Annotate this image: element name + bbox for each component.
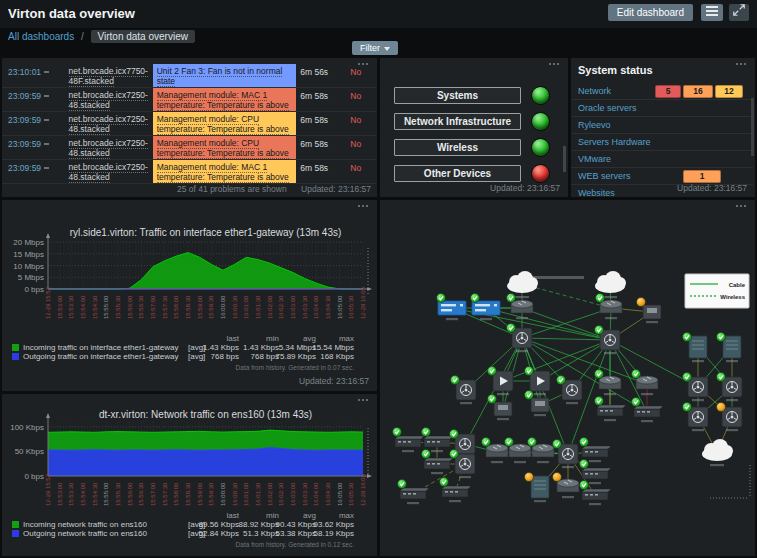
map-node-bswitch[interactable] — [437, 294, 467, 321]
status-ok-icon — [595, 326, 604, 335]
system-status-widget: System status Network51612Oracle servers… — [571, 58, 755, 197]
problem-time[interactable]: 23:10:01 — [2, 64, 41, 87]
map-node-switch[interactable] — [580, 481, 612, 506]
problem-info-marker — [41, 160, 52, 183]
svg-text:Data from history. Generated i: Data from history. Generated in 0.07 sec… — [236, 364, 355, 372]
status-ok-icon — [440, 478, 449, 487]
svg-text:15:54:00: 15:54:00 — [80, 482, 86, 506]
map-node-router[interactable] — [553, 473, 580, 499]
svg-text:16:04:30: 16:04:30 — [325, 482, 331, 506]
severity-count-badge[interactable]: 12 — [715, 85, 743, 98]
map-node-router[interactable] — [482, 438, 509, 464]
status-group-link[interactable]: Ryleevo — [578, 120, 611, 130]
problem-time[interactable]: 23:09:59 — [2, 136, 41, 159]
problem-description-link[interactable]: Management module: CPU temperature: Temp… — [153, 136, 297, 159]
svg-text:5.34 Mbps: 5.34 Mbps — [279, 343, 316, 352]
map-node-router[interactable] — [528, 438, 555, 464]
map-node-server[interactable] — [525, 473, 550, 503]
hamburger-glyph — [706, 6, 718, 16]
status-group-link[interactable]: Network — [578, 86, 611, 96]
map-node-server[interactable] — [717, 333, 742, 363]
widget-menu-icon[interactable] — [358, 399, 370, 402]
traffic-graph-ether1: ryl.side1.virton: Traffic on interface e… — [2, 200, 377, 391]
map-node-fw[interactable] — [507, 324, 533, 353]
map-node-server[interactable] — [683, 333, 708, 363]
map-node-fw[interactable] — [683, 403, 709, 432]
status-group-link[interactable]: Oracle servers — [578, 103, 637, 113]
status-ok-icon — [717, 373, 726, 382]
map-node-router[interactable] — [505, 438, 532, 464]
svg-text:16:03:00: 16:03:00 — [290, 295, 296, 319]
svg-text:100 Kbps: 100 Kbps — [10, 423, 44, 432]
problem-host-link[interactable]: net.brocade.icx7250-48.stacked — [53, 136, 153, 159]
severity-count-badge[interactable]: 1 — [683, 170, 721, 183]
kiosk-expand-icon[interactable] — [729, 4, 749, 21]
status-group-link[interactable]: VMware — [578, 154, 611, 164]
widget-menu-icon[interactable] — [736, 205, 748, 208]
svg-text:avg: avg — [303, 511, 316, 520]
status-group-link[interactable]: Servers Hardware — [578, 137, 651, 147]
problem-ack[interactable]: No — [342, 88, 377, 111]
severity-count-badge[interactable]: 16 — [683, 85, 713, 98]
problem-host-link[interactable]: net.brocade.icx7250-48.stacked — [53, 160, 153, 183]
problem-description-link[interactable]: Unit 2 Fan 3: Fan is not in normal state — [153, 64, 297, 87]
problem-host-link[interactable]: net.brocade.icx7250-48.stacked — [53, 88, 153, 111]
map-node-router[interactable] — [632, 370, 659, 396]
svg-text:15:57:00: 15:57:00 — [150, 482, 156, 506]
map-node-box[interactable] — [488, 395, 513, 421]
svg-text:12-29 16:05: 12-29 16:05 — [360, 286, 366, 319]
map-node-fw[interactable] — [451, 376, 477, 405]
breadcrumb-all-dashboards[interactable]: All dashboards — [8, 31, 74, 42]
severity-count-badge[interactable]: 5 — [655, 85, 681, 98]
widget-menu-icon[interactable] — [358, 205, 370, 208]
map-node-switch[interactable] — [580, 438, 612, 463]
map-node-switch[interactable] — [393, 428, 425, 453]
problem-time[interactable]: 23:09:59 — [2, 160, 41, 183]
status-updated: Updated: 23:16:57 — [677, 183, 747, 193]
map-node-fw[interactable] — [557, 376, 583, 405]
problem-row: 23:09:59net.brocade.icx7250-48.stackedMa… — [2, 88, 377, 112]
problem-description-link[interactable]: Management module: MAC 1 temperature: Te… — [153, 160, 297, 183]
map-node-box[interactable] — [637, 298, 662, 324]
problem-host-link[interactable]: net.brocade.icx7250-48.stacked — [53, 112, 153, 135]
status-ok-icon — [422, 450, 431, 459]
svg-text:89.56 Kbps: 89.56 Kbps — [199, 520, 239, 529]
map-node-fw[interactable] — [717, 403, 743, 432]
svg-text:16:03:30: 16:03:30 — [302, 482, 308, 506]
map-node-switch[interactable] — [440, 478, 472, 503]
group-button-systems[interactable]: Systems — [394, 87, 521, 104]
scrollbar[interactable] — [751, 98, 754, 156]
group-button-network-infrastructure[interactable]: Network Infrastructure — [394, 113, 521, 130]
status-ok-icon — [596, 294, 605, 303]
problems-widget: 23:10:01net.brocade.icx7750-48F.stackedU… — [2, 58, 377, 197]
group-button-other-devices[interactable]: Other Devices — [394, 165, 521, 182]
problem-ack[interactable]: No — [342, 64, 377, 87]
problem-ack[interactable]: No — [342, 160, 377, 183]
map-node-cloud[interactable] — [702, 439, 733, 466]
problem-time[interactable]: 23:09:59 — [2, 112, 41, 135]
widget-menu-icon[interactable] — [549, 63, 561, 66]
problem-description-link[interactable]: Management module: MAC 1 temperature: Te… — [153, 88, 297, 111]
svg-text:768 bps: 768 bps — [211, 352, 239, 361]
status-group-link[interactable]: Websites — [578, 188, 615, 198]
hamburger-icon[interactable] — [701, 4, 723, 21]
problem-row: 23:09:59net.brocade.icx7250-48.stackedMa… — [2, 160, 377, 184]
problem-ack[interactable]: No — [342, 136, 377, 159]
map-node-fw[interactable] — [683, 373, 709, 402]
svg-text:0 bps: 0 bps — [24, 285, 44, 294]
edit-dashboard-button[interactable]: Edit dashboard — [608, 4, 693, 21]
status-group-link[interactable]: WEB servers — [578, 171, 631, 181]
problem-description-link[interactable]: Management module: CPU temperature: Temp… — [153, 112, 297, 135]
host-groups-widget: SystemsNetwork InfrastructureWirelessOth… — [380, 58, 568, 197]
problem-time[interactable]: 23:09:59 — [2, 88, 41, 111]
widget-menu-icon[interactable] — [736, 63, 748, 66]
svg-text:15:59:30: 15:59:30 — [208, 482, 214, 506]
problem-ack[interactable]: No — [342, 112, 377, 135]
map-node-switch[interactable] — [398, 480, 430, 505]
svg-text:16:01:30: 16:01:30 — [255, 482, 261, 506]
problem-host-link[interactable]: net.brocade.icx7750-48F.stacked — [53, 64, 153, 87]
map-node-tri[interactable] — [488, 367, 514, 396]
filter-button[interactable]: Filter — [352, 41, 398, 55]
scrollbar[interactable] — [563, 146, 566, 172]
group-button-wireless[interactable]: Wireless — [394, 139, 521, 156]
